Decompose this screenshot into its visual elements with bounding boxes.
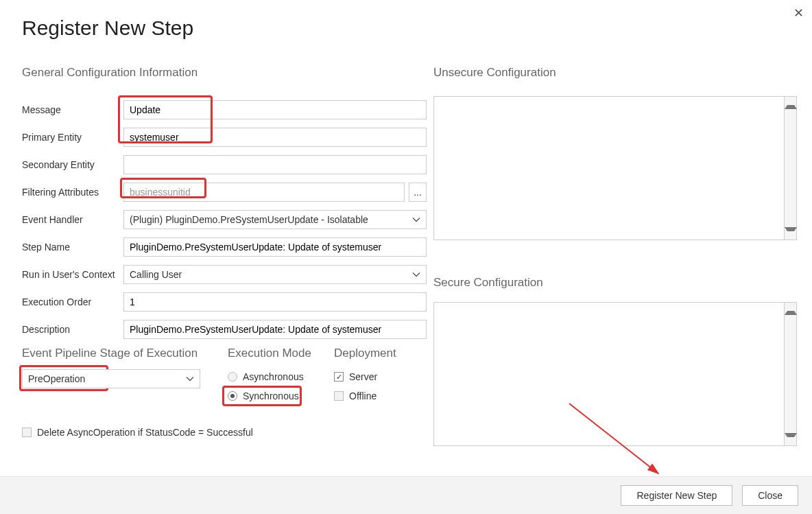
heading-pipeline: Event Pipeline Stage of Execution [22, 347, 228, 360]
heading-deployment: Deployment [334, 347, 427, 360]
chevron-down-icon [412, 270, 420, 279]
message-input[interactable] [123, 100, 427, 119]
scroll-down-icon[interactable] [785, 433, 797, 445]
execution-mode-group: Asynchronous Synchronous [228, 367, 304, 406]
close-icon[interactable]: ✕ [793, 5, 804, 21]
label-step-name: Step Name [22, 242, 123, 253]
register-new-step-button[interactable]: Register New Step [621, 485, 732, 506]
section-general-heading: General Configuration Information [22, 66, 198, 80]
section-unsecure-heading: Unsecure Configuration [433, 66, 556, 80]
label-execution-order: Execution Order [22, 296, 123, 307]
checkbox-icon [22, 428, 32, 437]
step-name-input[interactable] [123, 237, 427, 257]
section-secure-heading: Secure Configuration [433, 276, 543, 290]
run-context-value: Calling User [130, 269, 182, 280]
chevron-down-icon [412, 215, 420, 224]
pipeline-stage-field: PreOperation [22, 369, 200, 388]
heading-exec-mode: Execution Mode [228, 347, 334, 360]
filtering-attributes-input[interactable] [123, 183, 405, 202]
execution-order-input[interactable] [123, 292, 427, 312]
radio-icon [228, 372, 237, 382]
label-secondary-entity: Secondary Entity [22, 159, 123, 170]
event-handler-value: (Plugin) PluginDemo.PreSystemUserUpdate … [130, 214, 368, 225]
label-filtering-attributes: Filtering Attributes [22, 187, 123, 198]
deployment-offline-option[interactable]: Offline [334, 386, 377, 406]
run-context-select[interactable]: Calling User [123, 265, 427, 284]
scroll-down-icon[interactable] [785, 227, 797, 240]
description-input[interactable] [123, 320, 427, 339]
deployment-group: ✓ Server Offline [334, 367, 377, 406]
secure-config-textarea[interactable] [433, 302, 797, 446]
label-event-handler: Event Handler [22, 214, 123, 225]
dialog-footer: Register New Step Close [0, 476, 812, 514]
checkbox-icon [334, 391, 344, 401]
delete-async-label: Delete AsyncOperation if StatusCode = Su… [37, 427, 253, 438]
pipeline-stage-select[interactable]: PreOperation [22, 369, 200, 388]
label-primary-entity: Primary Entity [22, 132, 123, 143]
scrollbar[interactable] [784, 303, 796, 445]
event-handler-select[interactable]: (Plugin) PluginDemo.PreSystemUserUpdate … [123, 210, 427, 229]
delete-async-option[interactable]: Delete AsyncOperation if StatusCode = Su… [22, 427, 253, 438]
filtering-attributes-browse-button[interactable]: ... [409, 183, 427, 202]
label-description: Description [22, 324, 123, 335]
exec-mode-async-label: Asynchronous [243, 371, 304, 382]
deployment-offline-label: Offline [349, 390, 377, 401]
label-run-context: Run in User's Context [22, 269, 123, 280]
general-form: Message Primary Entity Secondary Entity … [22, 96, 427, 343]
deployment-server-option[interactable]: ✓ Server [334, 367, 377, 386]
unsecure-config-textarea[interactable] [433, 96, 797, 240]
scroll-up-icon[interactable] [785, 303, 797, 315]
primary-entity-input[interactable] [123, 128, 427, 147]
scroll-up-icon[interactable] [785, 97, 797, 109]
label-message: Message [22, 104, 123, 115]
pipeline-stage-value: PreOperation [28, 373, 85, 384]
subsection-headings: Event Pipeline Stage of Execution Execut… [22, 347, 427, 360]
chevron-down-icon [186, 375, 194, 383]
deployment-server-label: Server [349, 371, 377, 382]
scrollbar[interactable] [784, 97, 796, 240]
register-step-dialog: ✕ Register New Step General Configuratio… [0, 0, 812, 514]
secondary-entity-input[interactable] [123, 155, 427, 174]
dialog-title: Register New Step [22, 16, 193, 40]
exec-mode-async-option[interactable]: Asynchronous [228, 367, 304, 386]
exec-mode-sync-option[interactable]: Synchronous [228, 386, 304, 406]
close-button[interactable]: Close [742, 485, 798, 506]
exec-mode-sync-label: Synchronous [243, 390, 299, 401]
checkbox-icon: ✓ [334, 372, 344, 382]
radio-icon [228, 391, 237, 401]
